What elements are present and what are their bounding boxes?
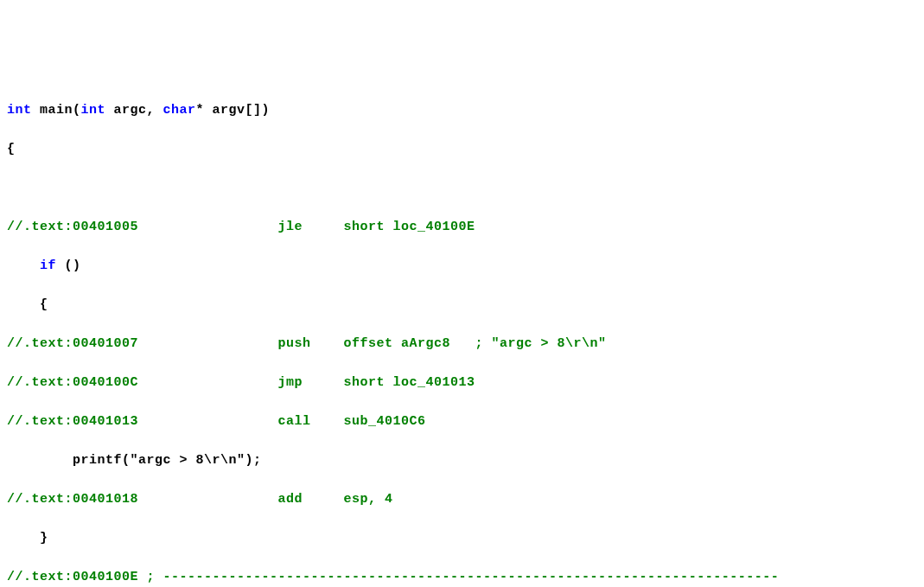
keyword-char: char <box>163 103 196 118</box>
blank-line <box>7 179 917 199</box>
divider-dashes: ----------------------------------------… <box>163 570 780 584</box>
keyword-int: int <box>7 103 32 118</box>
arg1: argc, <box>105 103 163 118</box>
semi: ); <box>245 453 262 468</box>
code-line: if () <box>7 257 917 277</box>
asm-comment: //.text:0040100C jmp short loc_401013 <box>7 373 917 393</box>
keyword-if: if <box>40 258 56 273</box>
printf-call: printf( <box>7 453 131 468</box>
code-line: int main(int argc, char* argv[]) <box>7 101 917 121</box>
comment-prefix: //.text:0040100E ; <box>7 570 163 584</box>
brace-open: { <box>7 140 917 160</box>
brace-open: { <box>7 296 917 316</box>
code-editor-area[interactable]: int main(int argc, char* argv[]) { //.te… <box>7 81 917 587</box>
asm-comment-divider: //.text:0040100E ; ---------------------… <box>7 568 917 588</box>
string-literal: "argc > 8\r\n" <box>131 453 245 468</box>
asm-comment: //.text:00401018 add esp, 4 <box>7 490 917 510</box>
keyword-int: int <box>81 103 106 118</box>
arg2: * argv[]) <box>196 103 271 118</box>
code-line: printf("argc > 8\r\n"); <box>7 451 917 471</box>
asm-comment: //.text:00401013 call sub_4010C6 <box>7 412 917 432</box>
asm-comment: //.text:00401005 jle short loc_40100E <box>7 218 917 238</box>
brace-close: } <box>7 529 917 549</box>
if-cond: () <box>56 258 81 273</box>
asm-comment: //.text:00401007 push offset aArgc8 ; "a… <box>7 335 917 354</box>
fn-name: main( <box>32 103 81 118</box>
